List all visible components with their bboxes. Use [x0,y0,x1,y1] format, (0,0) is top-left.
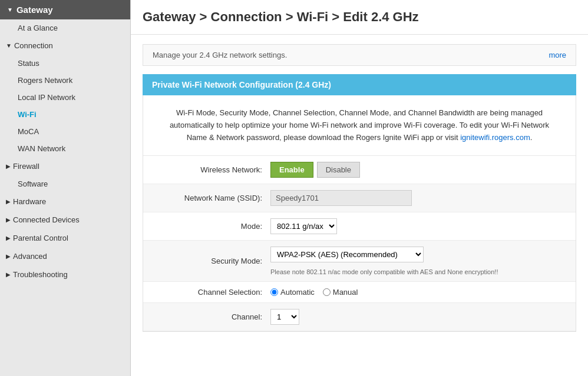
connected-devices-arrow-icon: ▶ [6,217,11,223]
notice-end: . [530,133,533,142]
mode-control: 802.11 g/n/ax [270,218,337,234]
channel-auto-label[interactable]: Automatic [270,288,315,297]
sidebar-item-local-ip-network[interactable]: Local IP Network [0,89,130,106]
sidebar-item-rogers-network[interactable]: Rogers Network [0,72,130,89]
security-note: Please note 802.11 n/ac mode only compat… [270,268,566,275]
description-bar: Manage your 2.4 GHz network settings. mo… [143,44,576,66]
gateway-header[interactable]: ▼ Gateway [0,0,130,19]
security-mode-control: WPA2-PSK (AES) (Recommended) Please note… [270,247,566,275]
wireless-network-controls: Enable Disable [270,162,360,178]
description-text: Manage your 2.4 GHz network settings. [153,51,287,59]
section-header: Private Wi-Fi Network Configuration (2.4… [143,74,576,95]
mode-label: Mode: [153,222,270,231]
hardware-arrow-icon: ▶ [6,198,11,205]
network-name-row: Network Name (SSID): [143,184,576,212]
sidebar-advanced-group[interactable]: ▶ Advanced [0,247,130,265]
channel-row: Channel: 1 2 3 4 5 6 7 8 9 10 [143,303,576,331]
page-title: Gateway > Connection > Wi-Fi > Edit 2.4 … [131,0,588,35]
disable-button[interactable]: Disable [317,162,360,178]
wireless-network-label: Wireless Network: [153,165,270,174]
sidebar-parental-control-group[interactable]: ▶ Parental Control [0,229,130,247]
security-mode-label: Security Mode: [153,257,270,265]
content-area: Manage your 2.4 GHz network settings. mo… [131,35,588,376]
sidebar-connection-group[interactable]: ▼ Connection [0,36,130,55]
wireless-network-row: Wireless Network: Enable Disable [143,156,576,184]
enable-button[interactable]: Enable [270,162,313,178]
parental-control-arrow-icon: ▶ [6,235,11,241]
mode-select[interactable]: 802.11 g/n/ax [270,218,337,234]
channel-selection-control: Automatic Manual [270,288,358,297]
sidebar-item-moca[interactable]: MoCA [0,123,130,140]
gateway-arrow-icon: ▼ [7,6,13,13]
sidebar-troubleshooting-group[interactable]: ▶ Troubleshooting [0,265,130,284]
channel-selection-row: Channel Selection: Automatic Manual [143,282,576,303]
channel-radio-group: Automatic Manual [270,288,358,297]
notice-box: Wi-Fi Mode, Security Mode, Channel Selec… [143,95,576,156]
mode-row: Mode: 802.11 g/n/ax [143,212,576,241]
more-link[interactable]: more [549,51,566,59]
security-mode-select[interactable]: WPA2-PSK (AES) (Recommended) [270,247,424,262]
gateway-label: Gateway [16,5,53,15]
sidebar-firewall-group[interactable]: ▶ Firewall [0,157,130,175]
sidebar-connected-devices-group[interactable]: ▶ Connected Devices [0,211,130,229]
ssid-input[interactable] [270,190,412,206]
security-mode-row: Security Mode: WPA2-PSK (AES) (Recommend… [143,241,576,282]
firewall-arrow-icon: ▶ [6,163,11,169]
rogers-link[interactable]: ignitewifi.rogers.com [460,133,530,142]
channel-control: 1 2 3 4 5 6 7 8 9 10 11 [270,309,299,325]
network-name-label: Network Name (SSID): [153,194,270,202]
wifi-config-section: Private Wi-Fi Network Configuration (2.4… [143,74,576,332]
sidebar-item-status[interactable]: Status [0,55,130,72]
section-body: Wi-Fi Mode, Security Mode, Channel Selec… [143,95,576,332]
advanced-arrow-icon: ▶ [6,253,11,259]
sidebar-item-at-a-glance[interactable]: At a Glance [0,19,130,36]
sidebar-item-wifi[interactable]: Wi-Fi [0,106,130,123]
sidebar-item-software[interactable]: Software [0,175,130,192]
channel-manual-radio[interactable] [323,288,331,296]
main-content: Gateway > Connection > Wi-Fi > Edit 2.4 … [131,0,588,376]
channel-auto-radio[interactable] [270,288,278,296]
channel-select[interactable]: 1 2 3 4 5 6 7 8 9 10 11 [270,309,299,325]
channel-manual-label[interactable]: Manual [323,288,358,297]
channel-selection-label: Channel Selection: [153,288,270,297]
sidebar-hardware-group[interactable]: ▶ Hardware [0,192,130,211]
sidebar-item-wan-network[interactable]: WAN Network [0,140,130,157]
channel-label: Channel: [153,312,270,321]
network-name-control [270,190,412,206]
connection-arrow-icon: ▼ [6,42,12,49]
sidebar: ▼ Gateway At a Glance ▼ Connection Statu… [0,0,131,376]
troubleshooting-arrow-icon: ▶ [6,271,11,278]
